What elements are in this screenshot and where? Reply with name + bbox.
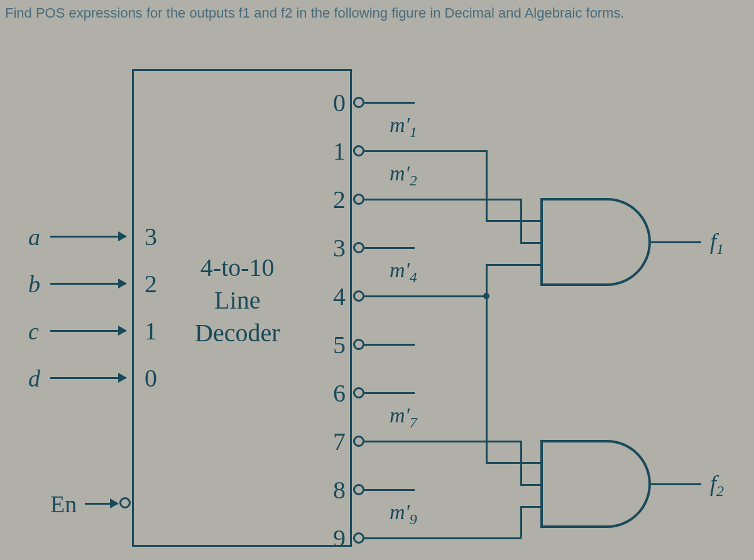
and-body-f1 [540, 198, 597, 286]
output-6-bubble [353, 387, 364, 398]
decoder-line1: 4-to-10 [200, 253, 275, 282]
wire-m4-v [486, 264, 488, 295]
wire-m1-h2 [486, 220, 522, 222]
output-3-num: 3 [327, 233, 346, 263]
output-7-wire [364, 441, 522, 442]
and-body-f2 [540, 440, 597, 528]
decoder-title: 4-to-10 Line Decoder [195, 251, 280, 349]
maxterm-m1: m'1 [390, 113, 417, 141]
output-8-wire [364, 489, 415, 491]
maxterm-m4: m'4 [390, 258, 417, 286]
input-a-weight: 3 [145, 222, 157, 251]
maxterm-m9: m'9 [390, 500, 417, 528]
question-text: Find POS expressions for the outputs f1 … [5, 5, 625, 21]
decoder-line2: Line [214, 286, 260, 314]
input-c-label: c [28, 317, 39, 345]
output-1-num: 1 [327, 136, 346, 166]
and-curve-f2 [594, 440, 651, 528]
input-d-arrow [50, 377, 126, 379]
wire-m1-v [486, 150, 488, 220]
f2-label: f2 [710, 470, 724, 500]
output-5-bubble [353, 339, 364, 350]
output-8-num: 8 [327, 475, 346, 505]
input-en-arrow [85, 503, 117, 505]
maxterm-m7: m'7 [390, 404, 417, 431]
output-4-num: 4 [327, 282, 346, 311]
output-1-bubble [353, 145, 364, 156]
output-0-wire [364, 102, 415, 104]
output-4-bubble [353, 290, 364, 302]
wire-m9-v [520, 506, 522, 537]
gate-f1-in2 [522, 242, 540, 244]
output-6-num: 6 [327, 378, 346, 408]
output-3-bubble [353, 242, 364, 253]
output-5-num: 5 [327, 330, 346, 360]
output-2-wire [364, 199, 522, 200]
gate-f2-in1 [522, 462, 540, 464]
input-en-label: En [50, 490, 77, 518]
and-curve-f1 [594, 198, 651, 286]
input-d-weight: 0 [145, 363, 157, 393]
and-gate-f2 [540, 440, 653, 528]
output-6-wire [364, 392, 415, 394]
input-d-label: d [28, 365, 40, 392]
maxterm-m2: m'2 [390, 162, 417, 189]
output-1-wire [364, 150, 487, 152]
gate-f2-in2 [522, 484, 540, 486]
output-9-num: 9 [327, 524, 346, 553]
output-2-num: 2 [327, 185, 346, 214]
output-5-wire [364, 344, 415, 346]
input-a-arrow [50, 236, 126, 238]
output-0-bubble [353, 97, 364, 108]
output-7-bubble [353, 436, 364, 447]
gate-f2-in3 [522, 506, 540, 508]
gate-f2-out [651, 483, 701, 485]
gate-f1-in3 [522, 264, 540, 266]
wire-m4-down [486, 295, 488, 462]
output-0-num: 0 [327, 88, 346, 118]
input-b-weight: 2 [145, 269, 157, 299]
gate-f1-in1 [522, 220, 540, 222]
circuit-diagram: 4-to-10 Line Decoder a 3 b 2 c 1 d 0 En … [0, 63, 754, 553]
output-8-bubble [353, 484, 364, 495]
output-2-bubble [353, 194, 364, 205]
output-7-num: 7 [327, 427, 346, 456]
f1-label: f1 [710, 228, 724, 258]
input-b-arrow [50, 283, 126, 285]
output-9-wire [364, 537, 522, 539]
input-b-label: b [28, 270, 40, 298]
and-gate-f1 [540, 198, 653, 286]
gate-f1-out [651, 241, 701, 243]
output-3-wire [364, 247, 415, 249]
input-c-weight: 1 [145, 316, 157, 346]
input-c-arrow [50, 330, 126, 332]
output-9-bubble [353, 532, 364, 544]
output-4-wire [364, 295, 487, 297]
decoder-line3: Decoder [195, 319, 280, 347]
en-bubble [119, 497, 131, 508]
input-a-label: a [28, 223, 40, 251]
